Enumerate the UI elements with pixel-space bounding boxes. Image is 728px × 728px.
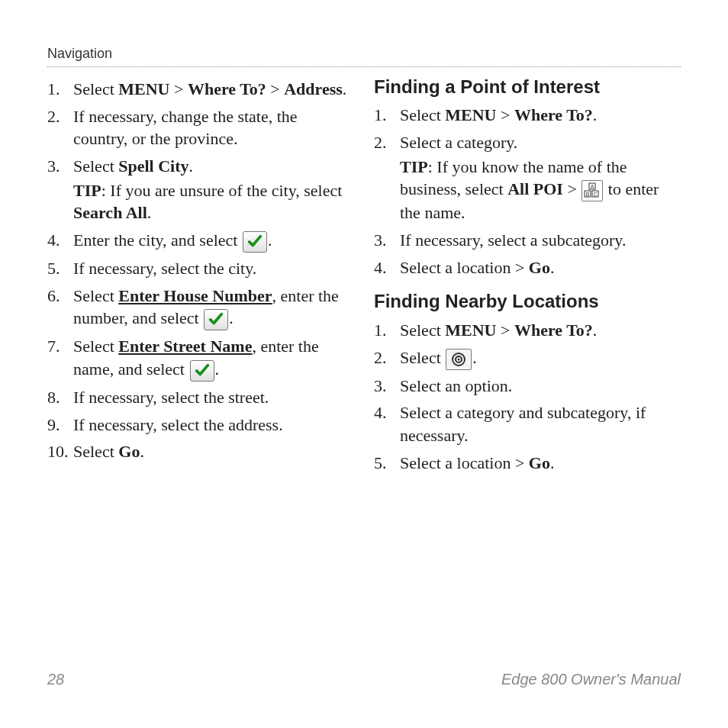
step-body: If necessary, select the street. bbox=[73, 386, 354, 409]
step-body: Select Spell City. TIP: If you are unsur… bbox=[73, 155, 354, 224]
step-body: Select MENU > Where To?. bbox=[400, 104, 681, 127]
step-body: If necessary, select the address. bbox=[73, 414, 354, 436]
step-number: 2. bbox=[47, 105, 73, 128]
step: 3. If necessary, select a subcategory. bbox=[374, 229, 681, 252]
step: 1. Select MENU > Where To? > Address. bbox=[47, 78, 354, 101]
step-body: Select Go. bbox=[73, 440, 354, 463]
step-body: If necessary, change the state, the coun… bbox=[73, 105, 354, 150]
checkmark-icon bbox=[204, 309, 228, 330]
step: 5. Select a location > Go. bbox=[374, 452, 681, 475]
section-header: Navigation bbox=[47, 46, 681, 67]
step-body: Select MENU > Where To? > Address. bbox=[73, 78, 354, 101]
step-number: 1. bbox=[374, 319, 400, 342]
target-icon bbox=[446, 349, 472, 370]
step: 1. Select MENU > Where To?. bbox=[374, 319, 681, 342]
step: 2. Select . bbox=[374, 346, 681, 370]
step-number: 6. bbox=[47, 285, 73, 308]
svg-text:B: B bbox=[586, 192, 590, 197]
step: 4. Enter the city, and select . bbox=[47, 229, 354, 253]
tip: TIP: If you are unsure of the city, sele… bbox=[73, 179, 354, 224]
step-number: 3. bbox=[47, 155, 73, 178]
checkmark-icon bbox=[243, 231, 267, 253]
step-number: 3. bbox=[374, 229, 400, 252]
step: 8. If necessary, select the street. bbox=[47, 386, 354, 409]
svg-point-8 bbox=[458, 358, 460, 360]
section-title-poi: Finding a Point of Interest bbox=[374, 75, 681, 99]
step: 7. Select Enter Street Name, enter the n… bbox=[47, 335, 354, 382]
step-body: If necessary, select a subcategory. bbox=[400, 229, 681, 252]
step-number: 1. bbox=[374, 104, 400, 127]
address-steps: 1. Select MENU > Where To? > Address. 2.… bbox=[47, 78, 354, 463]
step-number: 2. bbox=[374, 346, 400, 369]
step-body: Enter the city, and select . bbox=[73, 229, 354, 253]
step-number: 8. bbox=[47, 386, 73, 409]
step: 9. If necessary, select the address. bbox=[47, 414, 354, 436]
step: 4. Select a location > Go. bbox=[374, 256, 681, 279]
step-body: Select MENU > Where To?. bbox=[400, 319, 681, 342]
step-number: 5. bbox=[47, 257, 73, 280]
step-number: 10. bbox=[47, 440, 73, 463]
step-number: 9. bbox=[47, 414, 73, 436]
step-body: Select . bbox=[400, 346, 681, 370]
step-number: 1. bbox=[47, 78, 73, 101]
step: 5. If necessary, select the city. bbox=[47, 257, 354, 280]
tip: TIP: If you know the name of the busines… bbox=[400, 156, 681, 224]
nearby-steps: 1. Select MENU > Where To?. 2. Select . … bbox=[374, 319, 681, 474]
content-columns: 1. Select MENU > Where To? > Address. 2.… bbox=[47, 73, 681, 478]
checkmark-icon bbox=[190, 360, 214, 382]
step-number: 2. bbox=[374, 131, 400, 154]
step-body: Select a category. TIP: If you know the … bbox=[400, 131, 681, 224]
page-footer: 28 Edge 800 Owner's Manual bbox=[47, 671, 681, 688]
left-column: 1. Select MENU > Where To? > Address. 2.… bbox=[47, 73, 354, 478]
step-body: Select an option. bbox=[400, 375, 681, 398]
step: 2. Select a category. TIP: If you know t… bbox=[374, 131, 681, 224]
manual-page: Navigation 1. Select MENU > Where To? > … bbox=[0, 0, 728, 728]
step: 3. Select an option. bbox=[374, 375, 681, 398]
right-column: Finding a Point of Interest 1. Select ME… bbox=[374, 73, 681, 478]
page-number: 28 bbox=[47, 671, 64, 688]
step: 4. Select a category and subcategory, if… bbox=[374, 401, 681, 446]
svg-text:A: A bbox=[591, 184, 594, 189]
step: 2. If necessary, change the state, the c… bbox=[47, 105, 354, 150]
step: 1. Select MENU > Where To?. bbox=[374, 104, 681, 127]
step-body: If necessary, select the city. bbox=[73, 257, 354, 280]
step-number: 7. bbox=[47, 335, 73, 358]
step-number: 4. bbox=[47, 229, 73, 252]
poi-steps: 1. Select MENU > Where To?. 2. Select a … bbox=[374, 104, 681, 279]
step-body: Select a location > Go. bbox=[400, 256, 681, 279]
step-number: 3. bbox=[374, 375, 400, 398]
step-body: Select a category and subcategory, if ne… bbox=[400, 401, 681, 446]
step-number: 5. bbox=[374, 452, 400, 475]
step-number: 4. bbox=[374, 256, 400, 279]
svg-text:C: C bbox=[594, 192, 598, 197]
document-title: Edge 800 Owner's Manual bbox=[501, 671, 681, 688]
step-body: Select a location > Go. bbox=[400, 452, 681, 475]
step: 10. Select Go. bbox=[47, 440, 354, 463]
section-title-nearby: Finding Nearby Locations bbox=[374, 289, 681, 314]
step: 3. Select Spell City. TIP: If you are un… bbox=[47, 155, 354, 224]
step-number: 4. bbox=[374, 401, 400, 424]
step-body: Select Enter House Number, enter the num… bbox=[73, 285, 354, 331]
step: 6. Select Enter House Number, enter the … bbox=[47, 285, 354, 331]
abc-keyboard-icon: ABC bbox=[581, 180, 603, 201]
step-body: Select Enter Street Name, enter the name… bbox=[73, 335, 354, 382]
